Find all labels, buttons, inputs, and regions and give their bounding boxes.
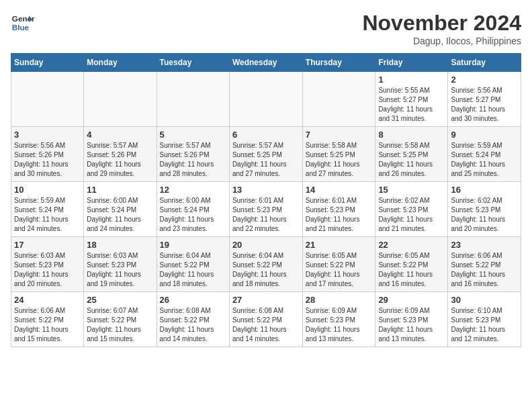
day-info: Sunrise: 5:57 AMSunset: 5:26 PMDaylight:… xyxy=(160,141,226,179)
calendar-cell: 28Sunrise: 6:09 AMSunset: 5:23 PMDayligh… xyxy=(302,292,375,347)
day-info: Sunrise: 6:00 AMSunset: 5:24 PMDaylight:… xyxy=(160,196,226,234)
calendar-week-row: 17Sunrise: 6:03 AMSunset: 5:23 PMDayligh… xyxy=(11,237,521,292)
calendar-cell: 7Sunrise: 5:58 AMSunset: 5:25 PMDaylight… xyxy=(302,127,375,182)
day-number: 9 xyxy=(451,130,518,140)
day-info: Sunrise: 6:05 AMSunset: 5:22 PMDaylight:… xyxy=(306,251,373,289)
svg-text:Blue: Blue xyxy=(12,23,30,32)
day-number: 7 xyxy=(306,130,373,140)
day-number: 27 xyxy=(232,295,300,305)
calendar-cell: 26Sunrise: 6:08 AMSunset: 5:22 PMDayligh… xyxy=(157,292,229,347)
day-info: Sunrise: 5:56 AMSunset: 5:26 PMDaylight:… xyxy=(14,141,81,179)
day-info: Sunrise: 6:08 AMSunset: 5:22 PMDaylight:… xyxy=(232,306,300,344)
day-info: Sunrise: 5:57 AMSunset: 5:26 PMDaylight:… xyxy=(87,141,153,179)
calendar-cell: 12Sunrise: 6:00 AMSunset: 5:24 PMDayligh… xyxy=(157,182,229,237)
calendar-cell: 13Sunrise: 6:01 AMSunset: 5:23 PMDayligh… xyxy=(229,182,302,237)
calendar-cell: 29Sunrise: 6:09 AMSunset: 5:23 PMDayligh… xyxy=(375,292,448,347)
day-number: 21 xyxy=(306,240,373,250)
day-info: Sunrise: 5:57 AMSunset: 5:25 PMDaylight:… xyxy=(232,141,300,179)
day-info: Sunrise: 6:02 AMSunset: 5:23 PMDaylight:… xyxy=(378,196,445,234)
day-number: 1 xyxy=(378,75,445,85)
day-number: 20 xyxy=(232,240,300,250)
calendar-cell: 24Sunrise: 6:06 AMSunset: 5:22 PMDayligh… xyxy=(11,292,84,347)
calendar-cell xyxy=(229,72,302,127)
day-number: 3 xyxy=(14,130,81,140)
calendar-cell: 18Sunrise: 6:03 AMSunset: 5:23 PMDayligh… xyxy=(84,237,157,292)
calendar-cell: 21Sunrise: 6:05 AMSunset: 5:22 PMDayligh… xyxy=(302,237,375,292)
day-number: 18 xyxy=(87,240,153,250)
day-number: 29 xyxy=(378,295,445,305)
calendar-week-row: 3Sunrise: 5:56 AMSunset: 5:26 PMDaylight… xyxy=(11,127,521,182)
day-number: 19 xyxy=(160,240,226,250)
day-number: 10 xyxy=(14,185,81,195)
day-info: Sunrise: 6:03 AMSunset: 5:23 PMDaylight:… xyxy=(14,251,81,289)
day-info: Sunrise: 6:01 AMSunset: 5:23 PMDaylight:… xyxy=(306,196,373,234)
weekday-header: Saturday xyxy=(448,54,521,72)
weekday-header: Thursday xyxy=(302,54,375,72)
calendar-week-row: 24Sunrise: 6:06 AMSunset: 5:22 PMDayligh… xyxy=(11,292,521,347)
calendar-cell: 6Sunrise: 5:57 AMSunset: 5:25 PMDaylight… xyxy=(229,127,302,182)
day-number: 2 xyxy=(451,75,518,85)
calendar-cell: 20Sunrise: 6:04 AMSunset: 5:22 PMDayligh… xyxy=(229,237,302,292)
day-number: 23 xyxy=(451,240,518,250)
day-number: 14 xyxy=(306,185,373,195)
day-info: Sunrise: 6:06 AMSunset: 5:22 PMDaylight:… xyxy=(14,306,81,344)
day-number: 28 xyxy=(306,295,373,305)
day-info: Sunrise: 5:55 AMSunset: 5:27 PMDaylight:… xyxy=(378,86,445,124)
calendar-cell xyxy=(11,72,84,127)
title-block: November 2024 Dagup, Ilocos, Philippines xyxy=(362,11,521,46)
calendar-cell: 22Sunrise: 6:05 AMSunset: 5:22 PMDayligh… xyxy=(375,237,448,292)
day-info: Sunrise: 5:59 AMSunset: 5:24 PMDaylight:… xyxy=(14,196,81,234)
weekday-header: Sunday xyxy=(11,54,84,72)
day-info: Sunrise: 6:05 AMSunset: 5:22 PMDaylight:… xyxy=(378,251,445,289)
day-number: 17 xyxy=(14,240,81,250)
calendar-table: SundayMondayTuesdayWednesdayThursdayFrid… xyxy=(11,53,521,347)
calendar-cell: 15Sunrise: 6:02 AMSunset: 5:23 PMDayligh… xyxy=(375,182,448,237)
day-number: 25 xyxy=(87,295,153,305)
day-info: Sunrise: 6:07 AMSunset: 5:22 PMDaylight:… xyxy=(87,306,153,344)
page-header: General Blue November 2024 Dagup, Ilocos… xyxy=(11,11,521,46)
calendar-week-row: 1Sunrise: 5:55 AMSunset: 5:27 PMDaylight… xyxy=(11,72,521,127)
day-info: Sunrise: 6:04 AMSunset: 5:22 PMDaylight:… xyxy=(232,251,300,289)
calendar-cell: 1Sunrise: 5:55 AMSunset: 5:27 PMDaylight… xyxy=(375,72,448,127)
calendar-cell: 19Sunrise: 6:04 AMSunset: 5:22 PMDayligh… xyxy=(157,237,229,292)
calendar-cell: 10Sunrise: 5:59 AMSunset: 5:24 PMDayligh… xyxy=(11,182,84,237)
calendar-cell: 23Sunrise: 6:06 AMSunset: 5:22 PMDayligh… xyxy=(448,237,521,292)
day-info: Sunrise: 5:59 AMSunset: 5:24 PMDaylight:… xyxy=(451,141,518,179)
location: Dagup, Ilocos, Philippines xyxy=(362,36,521,46)
logo-icon: General Blue xyxy=(11,11,35,35)
day-number: 6 xyxy=(232,130,300,140)
logo: General Blue xyxy=(11,11,35,35)
day-info: Sunrise: 6:06 AMSunset: 5:22 PMDaylight:… xyxy=(451,251,518,289)
day-info: Sunrise: 6:03 AMSunset: 5:23 PMDaylight:… xyxy=(87,251,153,289)
day-number: 8 xyxy=(378,130,445,140)
day-info: Sunrise: 6:08 AMSunset: 5:22 PMDaylight:… xyxy=(160,306,226,344)
day-number: 4 xyxy=(87,130,153,140)
day-number: 30 xyxy=(451,295,518,305)
calendar-week-row: 10Sunrise: 5:59 AMSunset: 5:24 PMDayligh… xyxy=(11,182,521,237)
calendar-cell xyxy=(302,72,375,127)
calendar-cell xyxy=(84,72,157,127)
calendar-cell: 11Sunrise: 6:00 AMSunset: 5:24 PMDayligh… xyxy=(84,182,157,237)
calendar-cell: 4Sunrise: 5:57 AMSunset: 5:26 PMDaylight… xyxy=(84,127,157,182)
calendar-cell: 16Sunrise: 6:02 AMSunset: 5:23 PMDayligh… xyxy=(448,182,521,237)
weekday-header: Tuesday xyxy=(157,54,229,72)
day-number: 16 xyxy=(451,185,518,195)
day-number: 26 xyxy=(160,295,226,305)
day-info: Sunrise: 5:56 AMSunset: 5:27 PMDaylight:… xyxy=(451,86,518,124)
day-info: Sunrise: 6:02 AMSunset: 5:23 PMDaylight:… xyxy=(451,196,518,234)
day-info: Sunrise: 5:58 AMSunset: 5:25 PMDaylight:… xyxy=(306,141,373,179)
weekday-header: Wednesday xyxy=(229,54,302,72)
day-info: Sunrise: 6:09 AMSunset: 5:23 PMDaylight:… xyxy=(306,306,373,344)
calendar-cell: 8Sunrise: 5:58 AMSunset: 5:25 PMDaylight… xyxy=(375,127,448,182)
day-number: 5 xyxy=(160,130,226,140)
calendar-cell: 2Sunrise: 5:56 AMSunset: 5:27 PMDaylight… xyxy=(448,72,521,127)
day-number: 11 xyxy=(87,185,153,195)
day-number: 12 xyxy=(160,185,226,195)
calendar-cell: 30Sunrise: 6:10 AMSunset: 5:23 PMDayligh… xyxy=(448,292,521,347)
day-number: 22 xyxy=(378,240,445,250)
weekday-header: Monday xyxy=(84,54,157,72)
day-info: Sunrise: 6:01 AMSunset: 5:23 PMDaylight:… xyxy=(232,196,300,234)
calendar-cell: 5Sunrise: 5:57 AMSunset: 5:26 PMDaylight… xyxy=(157,127,229,182)
calendar-cell: 25Sunrise: 6:07 AMSunset: 5:22 PMDayligh… xyxy=(84,292,157,347)
day-info: Sunrise: 6:10 AMSunset: 5:23 PMDaylight:… xyxy=(451,306,518,344)
